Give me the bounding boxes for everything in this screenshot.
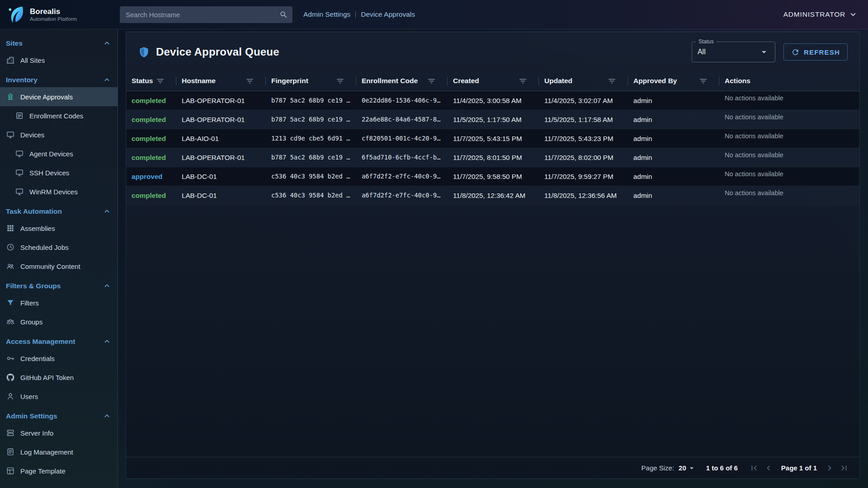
sidebar-section-task-automation[interactable]: Task Automation	[0, 202, 118, 219]
cell-status: completed	[126, 148, 176, 167]
search-input[interactable]	[120, 6, 292, 23]
sidebar-item-ssh-devices[interactable]: SSH Devices	[0, 163, 118, 182]
column-header-created[interactable]: Created	[448, 71, 539, 91]
filter-icon[interactable]	[245, 77, 254, 85]
sidebar-section-sites[interactable]: Sites	[0, 34, 118, 51]
filter-icon[interactable]	[699, 77, 708, 85]
sidebar-item-page-template[interactable]: Page Template	[0, 461, 118, 480]
cell-updated: 11/7/2025, 9:59:27 PM	[539, 167, 628, 186]
filter-icon[interactable]	[156, 77, 165, 85]
column-header-approved-by[interactable]: Approved By	[628, 71, 719, 91]
sidebar-section-filters-groups[interactable]: Filters & Groups	[0, 277, 118, 293]
sidebar-item-community-content[interactable]: Community Content	[0, 257, 118, 276]
sidebar-item-enrollment-codes[interactable]: Enrollment Codes	[0, 106, 118, 125]
table-row[interactable]: completed LAB-OPERATOR-01 b787 5ac2 68b9…	[126, 110, 859, 129]
sidebar-item-assemblies[interactable]: Assemblies	[0, 219, 118, 238]
sidebar-item-server-info[interactable]: Server Info	[0, 423, 118, 442]
page-title: Device Approval Queue	[156, 46, 279, 58]
panel-header: Device Approval Queue Status All REFRESH	[126, 32, 859, 71]
brand-name: Borealis	[30, 7, 77, 16]
sidebar-item-all-sites[interactable]: All Sites	[0, 51, 118, 70]
page-size-label: Page Size:	[642, 464, 675, 472]
sidebar-item-label: Credentials	[20, 355, 55, 362]
table-row[interactable]: completed LAB-DC-01 c536 40c3 9584 b2ed …	[126, 186, 859, 205]
cell-updated: 11/5/2025, 1:17:58 AM	[539, 110, 628, 129]
cell-updated: 11/4/2025, 3:02:07 AM	[539, 91, 628, 110]
cell-fingerprint: c536 40c3 9584 b2ed …	[266, 167, 356, 186]
cell-fingerprint: 1213 cd9e cbe5 6d91 …	[266, 129, 356, 148]
sidebar-item-log-management[interactable]: Log Management	[0, 442, 118, 461]
chevron-up-icon	[102, 38, 112, 48]
section-label: Task Automation	[6, 207, 62, 216]
filter-icon[interactable]	[427, 77, 436, 85]
page-body: Sites All Sites Inventory Device Approva…	[0, 29, 868, 488]
cell-approved-by: admin	[628, 186, 719, 205]
sidebar-item-label: Enrollment Codes	[29, 112, 83, 120]
page-size-value: 20	[679, 464, 686, 472]
last-page-button[interactable]	[838, 462, 850, 474]
chevron-up-icon	[102, 411, 112, 421]
column-header-status[interactable]: Status	[126, 71, 176, 91]
sidebar-item-winrm-devices[interactable]: WinRM Devices	[0, 182, 118, 201]
column-header-updated[interactable]: Updated	[539, 71, 628, 91]
breadcrumb-divider	[355, 11, 356, 18]
sidebar-item-github-api-token[interactable]: GitHub API Token	[0, 368, 118, 387]
sidebar-section-inventory[interactable]: Inventory	[0, 71, 118, 87]
user-menu-button[interactable]: ADMINISTRATOR	[783, 9, 858, 19]
cell-enrollment-code: cf820501-001c-4c20-9…	[356, 129, 448, 148]
page-size-select[interactable]: 20	[679, 464, 696, 473]
sidebar-item-users[interactable]: Users	[0, 387, 118, 406]
cell-fingerprint: c536 40c3 9584 b2ed …	[266, 186, 356, 205]
breadcrumb-admin-settings[interactable]: Admin Settings	[303, 10, 350, 19]
next-page-button[interactable]	[823, 462, 836, 474]
sidebar-item-device-approvals[interactable]: Device Approvals	[0, 87, 118, 106]
breadcrumb-device-approvals[interactable]: Device Approvals	[361, 10, 415, 19]
sidebar-item-label: Server Info	[20, 429, 53, 437]
funnel-icon	[6, 298, 15, 307]
sidebar-item-scheduled-jobs[interactable]: Scheduled Jobs	[0, 238, 118, 257]
topbar: Borealis Automation Platform Admin Setti…	[0, 0, 868, 29]
column-header-hostname[interactable]: Hostname	[176, 71, 266, 91]
grid-icon	[6, 224, 15, 233]
sidebar-item-devices[interactable]: Devices	[0, 125, 118, 144]
previous-page-button[interactable]	[762, 462, 775, 474]
table-row[interactable]: completed LAB-OPERATOR-01 b787 5ac2 68b9…	[126, 148, 859, 167]
shield-icon	[138, 46, 150, 58]
cell-actions: No actions available	[719, 110, 859, 129]
search-icon[interactable]	[279, 10, 288, 19]
filter-icon[interactable]	[608, 77, 616, 85]
app-root: Borealis Automation Platform Admin Setti…	[0, 0, 868, 488]
groups-icon	[6, 317, 15, 326]
sidebar-section-access-management[interactable]: Access Management	[0, 333, 118, 349]
cell-fingerprint: b787 5ac2 68b9 ce19 …	[266, 110, 356, 129]
caret-down-icon	[759, 47, 769, 57]
first-page-button[interactable]	[748, 462, 760, 474]
status-filter-label: Status	[696, 38, 716, 45]
cell-actions: No actions available	[719, 186, 859, 205]
borealis-logo-icon	[5, 5, 25, 24]
table-row[interactable]: completed LAB-AIO-01 1213 cd9e cbe5 6d91…	[126, 129, 859, 148]
filter-icon[interactable]	[519, 77, 527, 85]
cell-approved-by: admin	[628, 91, 719, 110]
codes-icon	[15, 111, 24, 120]
status-filter-select[interactable]: Status All	[692, 42, 775, 62]
column-header-enrollment-code[interactable]: Enrollment Code	[356, 71, 448, 91]
cell-enrollment-code: a6f7d2f2-e7fc-40c0-9…	[356, 167, 448, 186]
cell-actions: No actions available	[719, 129, 859, 148]
column-header-fingerprint[interactable]: Fingerprint	[266, 71, 356, 91]
refresh-button[interactable]: REFRESH	[783, 43, 848, 61]
table-row[interactable]: completed LAB-OPERATOR-01 b787 5ac2 68b9…	[126, 91, 859, 110]
sidebar-item-label: SSH Devices	[29, 169, 69, 177]
sidebar-item-agent-devices[interactable]: Agent Devices	[0, 144, 118, 163]
breadcrumb: Admin Settings Device Approvals	[303, 10, 415, 19]
approval-icon	[6, 92, 15, 101]
sidebar-item-groups[interactable]: Groups	[0, 312, 118, 331]
monitor-icon	[15, 168, 24, 177]
sidebar-item-filters[interactable]: Filters	[0, 293, 118, 312]
sidebar-section-admin-settings[interactable]: Admin Settings	[0, 407, 118, 423]
table-row[interactable]: approved LAB-DC-01 c536 40c3 9584 b2ed ……	[126, 167, 859, 186]
cell-hostname: LAB-DC-01	[176, 167, 266, 186]
sidebar-item-credentials[interactable]: Credentials	[0, 349, 118, 368]
filter-icon[interactable]	[336, 77, 344, 85]
cell-status: completed	[126, 129, 176, 148]
